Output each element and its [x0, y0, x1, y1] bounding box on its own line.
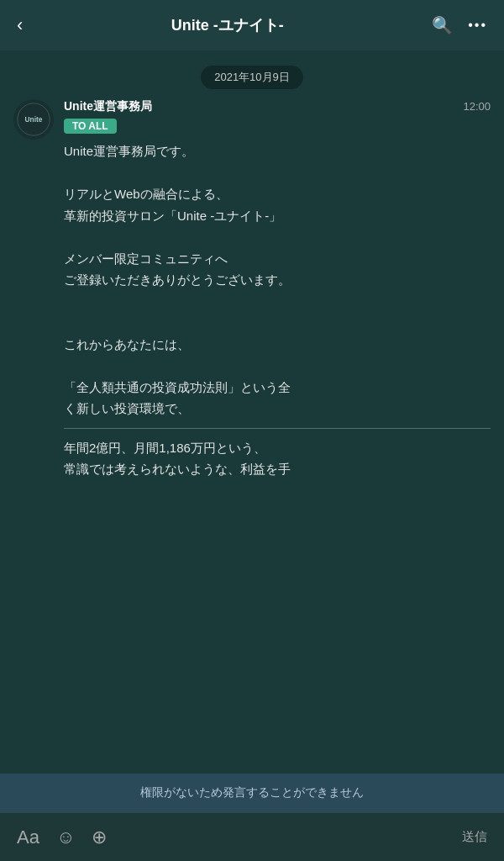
- message-time: 12:00: [463, 100, 491, 113]
- emoji-icon[interactable]: ☺: [56, 827, 75, 848]
- send-button[interactable]: 送信: [462, 829, 487, 845]
- restricted-bar: 権限がないため発言することができません: [0, 774, 504, 812]
- add-icon[interactable]: ⊕: [92, 827, 107, 848]
- date-badge: 2021年10月9日: [201, 66, 303, 89]
- chat-area: Unite Unite運営事務局 12:00 TO ALL Unite運営事務局…: [0, 99, 504, 774]
- bottom-toolbar: Aa ☺ ⊕ 送信: [0, 812, 504, 861]
- header: ‹ Unite -ユナイト- 🔍 •••: [0, 0, 504, 50]
- message-body: Unite運営事務局 12:00 TO ALL Unite運営事務局です。 リア…: [64, 99, 491, 480]
- avatar-image: Unite: [13, 99, 54, 140]
- sender-name: Unite運営事務局: [64, 99, 152, 114]
- restricted-text: 権限がないため発言することができません: [140, 785, 364, 799]
- header-left: ‹: [17, 14, 23, 36]
- search-icon[interactable]: 🔍: [432, 15, 453, 35]
- header-title: Unite -ユナイト-: [171, 15, 284, 35]
- text-format-icon[interactable]: Aa: [17, 827, 39, 848]
- message-text: Unite運営事務局です。 リアルとWebの融合による、革新的投資サロン「Uni…: [64, 140, 491, 480]
- svg-text:Unite: Unite: [25, 115, 43, 124]
- more-options-icon[interactable]: •••: [468, 18, 487, 33]
- to-all-badge: TO ALL: [64, 118, 491, 140]
- back-button[interactable]: ‹: [17, 14, 23, 36]
- message-meta: Unite運営事務局 12:00: [64, 99, 491, 114]
- message-divider: [64, 428, 491, 429]
- header-right: 🔍 •••: [432, 15, 487, 35]
- avatar: Unite: [13, 99, 54, 140]
- date-badge-container: 2021年10月9日: [0, 50, 504, 99]
- message-row: Unite Unite運営事務局 12:00 TO ALL Unite運営事務局…: [13, 99, 491, 480]
